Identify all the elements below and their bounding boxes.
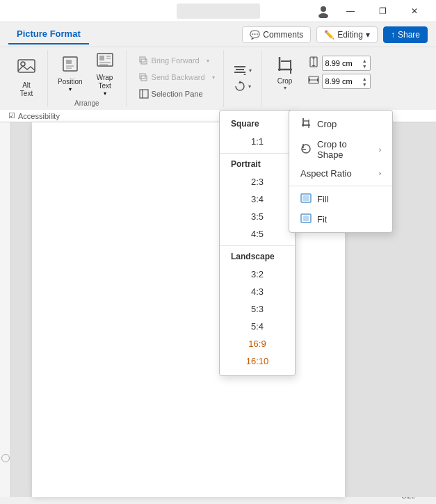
position-arrow: ▾ xyxy=(69,86,72,92)
aspect-ratio-label: Aspect Ratio xyxy=(300,168,352,179)
aspect-item-4-5[interactable]: 4:5 xyxy=(220,225,295,243)
comments-button[interactable]: 💬 Comments xyxy=(242,26,311,43)
wrap-text-arrow: ▾ xyxy=(104,90,106,97)
align-button[interactable]: ▾ xyxy=(229,63,256,77)
aspect-item-4-3[interactable]: 4:3 xyxy=(220,283,295,300)
aspect-item-16-9[interactable]: 16:9 xyxy=(220,335,295,352)
profile-button[interactable] xyxy=(312,0,334,22)
send-backward-button[interactable]: Send Backward xyxy=(135,70,209,84)
svg-rect-20 xyxy=(234,66,245,67)
svg-rect-47 xyxy=(303,216,309,221)
position-icon xyxy=(61,55,79,76)
fit-label: Fit xyxy=(317,214,327,225)
ruler-circle xyxy=(1,454,10,462)
crop-dropdown-item-crop[interactable]: Crop xyxy=(289,113,392,135)
aspect-item-3-4[interactable]: 3:4 xyxy=(220,190,295,208)
wrap-text-label: WrapText xyxy=(97,74,113,90)
close-button[interactable]: ✕ xyxy=(398,0,430,22)
crop-dropdown-menu: Crop Crop to Shape › Aspect Ratio › Fill… xyxy=(289,110,393,233)
editing-button[interactable]: ✏️ Editing ▾ xyxy=(316,26,378,43)
crop-to-shape-label: Crop to Shape xyxy=(317,139,373,160)
aspect-ratio-arrow: › xyxy=(379,170,381,177)
editing-dropdown-arrow: ▾ xyxy=(366,30,370,40)
crop-icon xyxy=(275,56,295,77)
crop-to-shape-icon xyxy=(300,143,312,156)
crop-menu-label: Crop xyxy=(317,119,337,129)
aspect-ratio-item[interactable]: Aspect Ratio › xyxy=(289,164,392,183)
svg-marker-23 xyxy=(243,74,246,75)
edit-icon: ✏️ xyxy=(324,30,334,40)
aspect-ratio-submenu: Square 1:1 Portrait 2:3 3:4 3:5 4:5 Land… xyxy=(219,110,296,376)
svg-point-0 xyxy=(321,6,326,12)
landscape-section-label: Landscape xyxy=(220,249,295,266)
group-crop-size: Crop ▾ ▲ ▼ xyxy=(262,50,379,107)
height-increment[interactable]: ▲ xyxy=(362,58,367,63)
size-inputs: ▲ ▼ ▲ ▼ xyxy=(305,53,373,92)
height-decrement[interactable]: ▼ xyxy=(362,64,367,69)
aspect-item-3-2[interactable]: 3:2 xyxy=(220,266,295,283)
svg-rect-9 xyxy=(99,56,104,60)
crop-dropdown-arrow: ▾ xyxy=(284,85,286,91)
aspect-item-5-3[interactable]: 5:3 xyxy=(220,300,295,318)
tab-picture-format[interactable]: Picture Format xyxy=(8,24,89,44)
group-align-rotate: ▾ ▾ xyxy=(224,50,262,107)
bring-forward-button[interactable]: Bring Forward xyxy=(135,54,204,67)
width-icon xyxy=(308,74,319,88)
svg-rect-21 xyxy=(236,69,244,70)
aspect-item-1-1[interactable]: 1:1 xyxy=(220,133,295,150)
ribbon-tabs: Picture Format 💬 Comments ✏️ Editing ▾ ↑… xyxy=(0,22,436,47)
group-position-wrap: Position ▾ WrapText ▾ Arrang xyxy=(48,50,127,107)
group-alt-text: AltText xyxy=(6,50,48,107)
width-spinbox[interactable]: ▲ ▼ xyxy=(322,74,371,89)
crop-to-shape-item[interactable]: Crop to Shape › xyxy=(289,135,392,164)
wrap-text-button[interactable]: WrapText ▾ xyxy=(90,53,120,95)
minimize-button[interactable]: — xyxy=(334,0,366,22)
left-ruler xyxy=(0,122,11,497)
fill-item[interactable]: Fill xyxy=(289,189,392,209)
crop-to-shape-arrow: › xyxy=(379,146,381,154)
alt-text-icon xyxy=(17,57,36,80)
share-icon: ↑ xyxy=(391,30,395,40)
accessibility-label: Accessibility xyxy=(18,112,60,120)
selection-pane-button[interactable]: Selection Pane xyxy=(135,87,207,101)
accessibility-checkbox: ☑ xyxy=(8,111,15,120)
fit-item[interactable]: Fit xyxy=(289,209,392,229)
alt-text-button[interactable]: AltText xyxy=(11,56,42,98)
bring-forward-arrow: ▾ xyxy=(207,58,209,64)
align-arrow: ▾ xyxy=(249,67,252,74)
svg-rect-18 xyxy=(140,90,148,98)
svg-rect-22 xyxy=(234,72,245,73)
svg-rect-45 xyxy=(302,195,309,201)
svg-rect-2 xyxy=(18,60,35,72)
aspect-item-2-3[interactable]: 2:3 xyxy=(220,173,295,190)
crop-label: Crop xyxy=(277,77,293,85)
width-increment[interactable]: ▲ xyxy=(362,76,367,81)
fill-icon xyxy=(300,193,312,205)
height-input[interactable] xyxy=(325,59,362,67)
selection-pane-label: Selection Pane xyxy=(152,90,203,98)
crop-dropdown-separator xyxy=(289,186,392,186)
svg-point-1 xyxy=(318,13,328,18)
aspect-item-5-4[interactable]: 5:4 xyxy=(220,318,295,335)
alt-text-label: AltText xyxy=(20,81,33,98)
title-bar: — ❐ ✕ xyxy=(0,0,436,22)
height-icon xyxy=(308,56,319,70)
portrait-section-label: Portrait xyxy=(220,156,295,173)
aspect-item-3-5[interactable]: 3:5 xyxy=(220,208,295,225)
position-button[interactable]: Position ▾ xyxy=(54,53,87,95)
width-decrement[interactable]: ▼ xyxy=(362,82,367,87)
height-spinbox[interactable]: ▲ ▼ xyxy=(322,56,371,71)
crop-menu-icon xyxy=(300,117,312,131)
width-input[interactable] xyxy=(325,77,362,86)
crop-button[interactable]: Crop ▾ xyxy=(268,53,302,101)
svg-rect-5 xyxy=(66,60,72,64)
wrap-text-icon xyxy=(96,51,114,72)
maximize-button[interactable]: ❐ xyxy=(366,0,398,22)
rotate-button[interactable]: ▾ xyxy=(230,79,255,94)
fit-icon xyxy=(300,213,312,225)
fill-label: Fill xyxy=(317,194,329,204)
share-button[interactable]: ↑ Share xyxy=(383,26,428,43)
ribbon-content: AltText Position ▾ xyxy=(0,47,436,110)
send-backward-arrow: ▾ xyxy=(212,74,215,81)
aspect-item-16-10[interactable]: 16:10 xyxy=(220,352,295,370)
